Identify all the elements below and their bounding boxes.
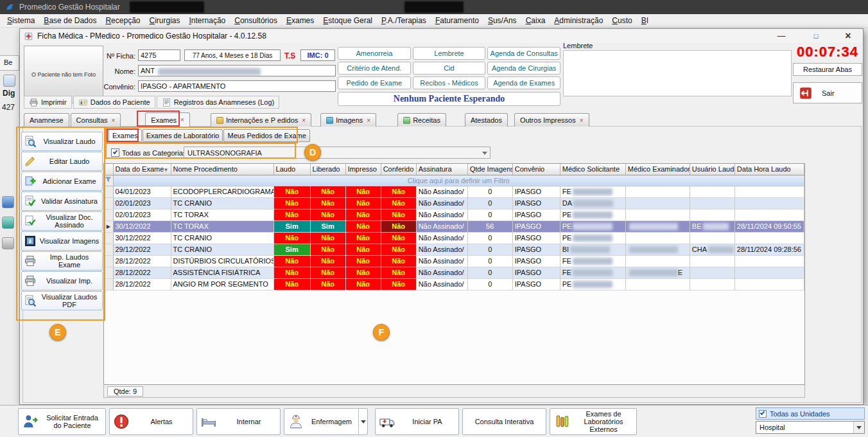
menu-item[interactable]: P.A./Terapias: [377, 15, 431, 26]
column-header[interactable]: Nome Procedimento: [171, 164, 273, 175]
menu-item[interactable]: Estoque Geral: [318, 15, 377, 26]
sort-arrow-icon[interactable]: ▼: [164, 167, 169, 173]
bottom-action-button[interactable]: Solicitar Entrada do Paciente: [18, 408, 106, 435]
quick-action-button[interactable]: Agenda de Consultas: [487, 47, 560, 60]
quick-action-button[interactable]: Recibos - Médicos: [413, 76, 486, 89]
bottom-action-button[interactable]: Consulta Interativa: [462, 408, 546, 435]
patient-toolbar-button[interactable]: Registros das Anamneses (Log): [157, 96, 280, 109]
desktop-icon[interactable]: [2, 237, 14, 249]
tab[interactable]: Atestados: [465, 113, 508, 127]
column-header[interactable]: Convênio: [512, 164, 560, 175]
menu-item[interactable]: Cirurgias: [144, 15, 184, 26]
column-header[interactable]: Data Hora Laudo: [734, 164, 804, 175]
menu-item[interactable]: Administração: [550, 15, 607, 26]
tab[interactable]: Consultas×: [71, 113, 121, 127]
column-header[interactable]: Laudo: [273, 164, 310, 175]
table-row[interactable]: 02/01/2023 TC CRANIO Não Não Não Não Não…: [104, 197, 804, 209]
menu-item[interactable]: Caixa: [521, 15, 550, 26]
tab-close-icon[interactable]: ×: [302, 117, 306, 124]
convenio-field[interactable]: IPASGO - APARTAMENTO: [138, 80, 336, 92]
menu-item[interactable]: Faturamento: [431, 15, 483, 26]
table-row[interactable]: 02/01/2023 TC TORAX Não Não Não Não Não …: [104, 209, 804, 220]
tab-close-icon[interactable]: ×: [367, 117, 370, 124]
menu-item[interactable]: Exames: [282, 15, 318, 26]
sidebar-action-button[interactable]: Visualizar Imagens: [21, 231, 103, 251]
sidebar-action-button[interactable]: Visualizar Laudos PDF: [21, 291, 103, 310]
split-dropdown-arrow[interactable]: [358, 409, 367, 434]
background-tab[interactable]: Be: [0, 55, 19, 71]
sidebar-action-button[interactable]: Editar Laudo: [21, 152, 103, 171]
table-row[interactable]: 04/01/2023 ECODOPPLERCARDIOGRAMA Não Não…: [104, 186, 804, 197]
bottom-action-button[interactable]: Internar: [196, 408, 281, 435]
column-header[interactable]: Médico Examinador: [625, 164, 690, 175]
sidebar-action-button[interactable]: Visualizar Imp.: [21, 271, 103, 290]
menu-item[interactable]: BI: [637, 15, 653, 26]
quick-action-button[interactable]: Cid: [413, 62, 486, 75]
tab[interactable]: Anamnese: [24, 113, 69, 127]
ficha-field[interactable]: 4275: [138, 49, 180, 61]
nome-field[interactable]: ANT: [138, 65, 336, 76]
menu-item[interactable]: Internação: [185, 15, 230, 26]
table-row[interactable]: 28/12/2022 ASSISTÊNCIA FISIÁTRICA Não Nã…: [104, 267, 804, 278]
bottom-action-button[interactable]: Exames de Laboratórios Externos: [550, 408, 637, 435]
sidebar-action-button[interactable]: Validar Assinatura: [21, 192, 103, 211]
todas-categorias-checkbox[interactable]: [111, 148, 119, 157]
bottom-action-button[interactable]: Iniciar PA: [375, 408, 459, 435]
column-header[interactable]: Impresso: [345, 164, 381, 175]
column-header[interactable]: Conferido: [381, 164, 416, 175]
patient-toolbar-button[interactable]: Dados do Paciente: [73, 96, 155, 109]
sair-button[interactable]: Sair: [793, 82, 862, 103]
column-header[interactable]: Assinatura: [416, 164, 467, 175]
sidebar-action-button[interactable]: Imp. Laudos Exame: [21, 251, 103, 271]
column-header[interactable]: Qtde Imagens: [467, 164, 512, 175]
desktop-icon[interactable]: [2, 217, 14, 229]
todas-unidades-toggle[interactable]: Todas as Unidades: [756, 407, 865, 420]
tab-close-icon[interactable]: ×: [112, 117, 116, 124]
todas-unidades-checkbox[interactable]: [759, 410, 767, 418]
restaurar-abas-button[interactable]: Restaurar Abas: [793, 63, 862, 76]
patient-toolbar-button[interactable]: Imprimir: [24, 96, 72, 109]
close-button[interactable]: ×: [838, 30, 858, 42]
menu-item[interactable]: Custo: [607, 15, 636, 26]
menu-item[interactable]: Consultórios: [230, 15, 282, 26]
bottom-action-button[interactable]: Enfermagem: [284, 408, 368, 435]
quick-action-button[interactable]: Critério de Atend.: [338, 62, 411, 75]
column-header[interactable]: Liberado: [310, 164, 345, 175]
quick-action-button[interactable]: Agenda de Cirurgias: [487, 62, 560, 75]
minimize-button[interactable]: —: [772, 30, 791, 42]
subtab[interactable]: Meus Pedidos de Exame: [223, 129, 309, 142]
table-row[interactable]: 28/12/2022 DISTÚRBIOS CIRCULATÓRIOS Não …: [104, 255, 804, 267]
tab-close-icon[interactable]: ×: [180, 116, 184, 123]
tab[interactable]: Outros Impressos×: [514, 113, 589, 127]
quick-action-button[interactable]: Lembrete: [413, 47, 486, 60]
desktop-icon[interactable]: [2, 196, 14, 208]
menu-item[interactable]: Sistema: [3, 15, 39, 26]
tab[interactable]: Receitas: [397, 113, 446, 127]
menu-item[interactable]: Base de Dados: [39, 15, 101, 26]
unidade-select[interactable]: Hospital: [756, 421, 865, 434]
categoria-combobox[interactable]: ULTRASSONOGRAFIA: [184, 147, 490, 159]
column-header[interactable]: ▼Data do Exame: [113, 164, 171, 175]
quick-action-button[interactable]: Agenda de Exames: [487, 76, 560, 89]
tab[interactable]: Exames×: [145, 112, 190, 127]
subtab[interactable]: Exames: [108, 129, 142, 142]
grid-filter-row[interactable]: Clique aqui para definir um Filtro: [104, 175, 804, 186]
background-app-icon[interactable]: [3, 75, 15, 87]
maximize-button[interactable]: □: [806, 30, 826, 42]
sidebar-action-button[interactable]: Visualizar Doc. Assinado: [21, 211, 103, 231]
column-header[interactable]: Médico Solicitante: [560, 164, 625, 175]
sidebar-action-button[interactable]: Adicionar Exame: [21, 172, 103, 191]
table-row[interactable]: 28/12/2022 ANGIO RM POR SEGMENTO Não Não…: [104, 278, 804, 290]
table-row[interactable]: 29/12/2022 TC CRANIO Sim Não Não Não Não…: [104, 244, 804, 255]
quick-action-button[interactable]: Pedido de Exame: [338, 76, 411, 89]
menu-item[interactable]: Recepção: [101, 15, 144, 26]
table-row[interactable]: 30/12/2022 TC CRANIO Não Não Não Não Não…: [104, 232, 804, 244]
tab[interactable]: Imagens×: [320, 113, 376, 127]
filter-hint[interactable]: Clique aqui para definir um Filtro: [113, 175, 804, 186]
table-row[interactable]: ▶ 30/12/2022 TC TORAX Sim Sim Não Não Nã…: [104, 220, 804, 232]
bottom-action-button[interactable]: Alertas: [109, 408, 193, 435]
tab-close-icon[interactable]: ×: [580, 117, 584, 124]
column-header[interactable]: Usuário Laudo: [690, 164, 734, 175]
quick-action-button[interactable]: Amenorreia: [338, 47, 411, 60]
sidebar-action-button[interactable]: Visualizar Laudo: [21, 132, 103, 151]
